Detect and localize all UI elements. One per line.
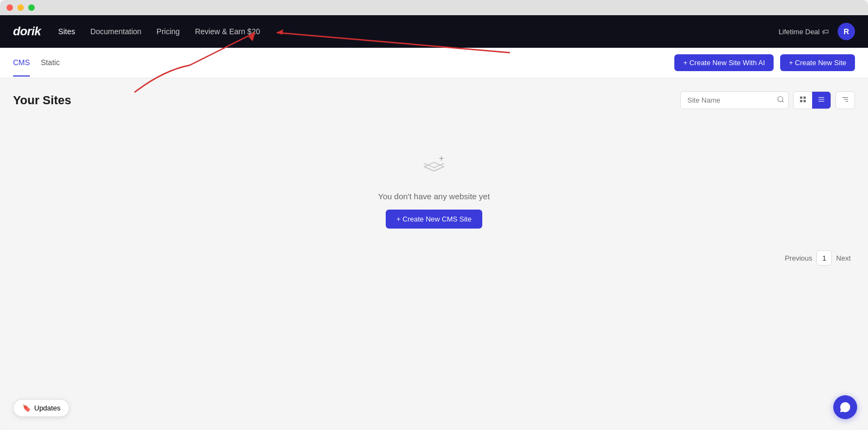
updates-label: Updates xyxy=(34,404,60,412)
navbar: dorik Sites Documentation Pricing Review… xyxy=(0,15,868,48)
pagination: Previous 1 Next xyxy=(13,250,855,265)
tab-static[interactable]: Static xyxy=(41,49,60,77)
search-bar-row xyxy=(680,91,855,109)
chat-icon xyxy=(839,401,851,413)
svg-rect-4 xyxy=(800,100,802,102)
navbar-right: Lifetime Deal 🏷 R xyxy=(778,23,855,40)
maximize-button[interactable] xyxy=(28,4,35,11)
page-title: Your Sites xyxy=(13,93,71,108)
pagination-next[interactable]: Next xyxy=(836,254,851,262)
create-new-site-with-ai-button[interactable]: + Create New Site With AI xyxy=(674,54,774,71)
sort-button[interactable] xyxy=(835,91,855,109)
close-button[interactable] xyxy=(7,4,13,11)
nav-sites[interactable]: Sites xyxy=(58,27,75,36)
search-button[interactable] xyxy=(777,96,784,105)
lifetime-deal-label: Lifetime Deal xyxy=(778,28,820,36)
nav-pricing[interactable]: Pricing xyxy=(157,27,180,36)
svg-text:+: + xyxy=(439,154,444,163)
sort-icon xyxy=(841,96,849,103)
svg-rect-2 xyxy=(800,97,802,99)
updates-button[interactable]: 🔖 Updates xyxy=(13,399,69,417)
lifetime-deal-link[interactable]: Lifetime Deal 🏷 xyxy=(778,28,829,36)
main-content: Your Sites xyxy=(0,78,868,430)
list-icon xyxy=(818,96,825,103)
search-icon xyxy=(777,96,784,103)
chat-button[interactable] xyxy=(833,395,857,419)
svg-rect-3 xyxy=(803,97,806,99)
svg-rect-5 xyxy=(803,100,806,102)
sub-header-left: CMS Static xyxy=(13,49,71,77)
search-wrap xyxy=(680,91,789,109)
grid-view-button[interactable] xyxy=(794,92,812,109)
nav-documentation[interactable]: Documentation xyxy=(90,27,141,36)
grid-icon xyxy=(799,96,807,103)
lifetime-deal-icon: 🏷 xyxy=(822,28,829,36)
updates-icon: 🔖 xyxy=(22,404,31,412)
sub-header: CMS Static + Create New Site With AI + C… xyxy=(0,48,868,78)
page-header: Your Sites xyxy=(13,91,855,109)
create-cms-site-button[interactable]: + Create New CMS Site xyxy=(386,210,482,229)
view-toggle xyxy=(793,91,831,109)
empty-state-icon: + xyxy=(420,153,448,183)
create-new-site-button[interactable]: + Create New Site xyxy=(780,54,855,71)
logo[interactable]: dorik xyxy=(13,24,41,39)
svg-line-1 xyxy=(782,101,784,103)
svg-point-0 xyxy=(778,97,783,102)
minimize-button[interactable] xyxy=(17,4,24,11)
nav-items: Sites Documentation Pricing Review & Ear… xyxy=(58,27,778,36)
search-input[interactable] xyxy=(680,91,789,109)
title-bar xyxy=(0,0,868,15)
site-type-tabs: CMS Static xyxy=(13,49,71,77)
pagination-previous[interactable]: Previous xyxy=(785,254,813,262)
list-view-button[interactable] xyxy=(812,92,831,109)
empty-state: + You don't have any website yet + Creat… xyxy=(13,153,855,229)
nav-review-earn[interactable]: Review & Earn $20 xyxy=(195,27,260,36)
tab-cms[interactable]: CMS xyxy=(13,49,30,77)
sub-header-right: + Create New Site With AI + Create New S… xyxy=(674,54,855,71)
empty-text: You don't have any website yet xyxy=(378,192,490,201)
pagination-page-1[interactable]: 1 xyxy=(816,250,832,265)
user-avatar[interactable]: R xyxy=(838,23,855,40)
